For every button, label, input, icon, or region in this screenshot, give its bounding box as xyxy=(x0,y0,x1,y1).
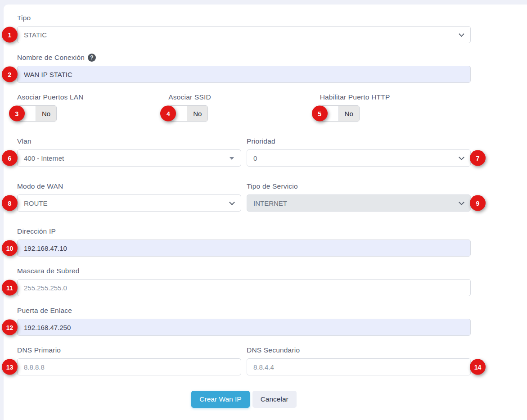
tipo-select[interactable]: STATIC xyxy=(17,26,471,43)
puerta-enlace-input[interactable] xyxy=(17,319,471,336)
group-direccion-ip: Dirección IP 10 xyxy=(17,227,471,257)
vlan-select-value: 400 - Internet xyxy=(24,154,64,162)
direccion-ip-label: Dirección IP xyxy=(17,227,471,235)
prioridad-select-value: 0 xyxy=(253,154,257,162)
toggle-lan-label: Asociar Puertos LAN xyxy=(17,93,168,101)
group-modo-wan: Modo de WAN 8 ROUTE xyxy=(17,182,241,212)
toggle-http-label: Habilitar Puerto HTTP xyxy=(320,93,471,101)
prioridad-select[interactable]: 0 xyxy=(247,149,471,167)
nombre-conexion-input[interactable] xyxy=(17,66,471,83)
badge-toggle-ssid: 4 xyxy=(160,106,176,122)
vlan-label: Vlan xyxy=(17,137,241,145)
mascara-subred-label: Mascara de Subred xyxy=(17,267,471,275)
nombre-label: Nombre de Conexión ? xyxy=(17,54,471,62)
modo-wan-select[interactable]: ROUTE xyxy=(17,194,241,212)
row-dns: DNS Primario 13 DNS Secundario 14 xyxy=(17,346,471,375)
row-vlan-prioridad: Vlan 6 400 - Internet Prioridad 0 7 xyxy=(17,137,471,167)
group-toggle-http: Habilitar Puerto HTTP 5 No xyxy=(320,93,471,122)
group-vlan: Vlan 6 400 - Internet xyxy=(17,137,241,167)
group-mascara-subred: Mascara de Subred 11 xyxy=(17,267,471,296)
toggle-ssid-label: Asociar SSID xyxy=(168,93,319,101)
group-toggle-lan: Asociar Puertos LAN 3 No xyxy=(17,93,168,122)
wan-form-card: Tipo 1 STATIC Nombre de Conexión ? 2 Aso… xyxy=(4,5,527,420)
group-prioridad: Prioridad 0 7 xyxy=(247,137,471,167)
group-toggle-ssid: Asociar SSID 4 No xyxy=(168,93,319,122)
badge-tipo-servicio: 9 xyxy=(470,195,486,211)
dns-primario-input[interactable] xyxy=(17,358,241,375)
tipo-servicio-select: INTERNET xyxy=(247,194,471,212)
group-nombre: Nombre de Conexión ? 2 xyxy=(17,54,471,83)
badge-prioridad: 7 xyxy=(470,150,486,166)
tipo-select-value: STATIC xyxy=(24,31,47,39)
form-actions: Crear Wan IP Cancelar xyxy=(17,391,471,408)
dns-secundario-label: DNS Secundario xyxy=(247,346,471,354)
badge-mascara-subred: 11 xyxy=(2,280,18,296)
badge-dns-secundario: 14 xyxy=(470,359,486,375)
toggles-row: Asociar Puertos LAN 3 No Asociar SSID 4 … xyxy=(17,93,471,122)
group-dns-primario: DNS Primario 13 xyxy=(17,346,241,375)
group-puerta-enlace: Puerta de Enlace 12 xyxy=(17,307,471,336)
question-circle-icon[interactable]: ? xyxy=(88,54,96,62)
row-modo-servicio: Modo de WAN 8 ROUTE Tipo de Servicio INT… xyxy=(17,182,471,212)
badge-toggle-lan: 3 xyxy=(9,106,25,122)
tipo-servicio-select-value: INTERNET xyxy=(253,199,287,207)
modo-wan-label: Modo de WAN xyxy=(17,182,241,190)
tipo-servicio-label: Tipo de Servicio xyxy=(247,182,471,190)
nombre-label-text: Nombre de Conexión xyxy=(17,54,85,62)
toggle-state-label: No xyxy=(187,106,207,121)
group-tipo-servicio: Tipo de Servicio INTERNET 9 xyxy=(247,182,471,212)
badge-vlan: 6 xyxy=(2,150,18,166)
badge-toggle-http: 5 xyxy=(312,106,328,122)
group-dns-secundario: DNS Secundario 14 xyxy=(247,346,471,375)
puerta-enlace-label: Puerta de Enlace xyxy=(17,307,471,315)
direccion-ip-input[interactable] xyxy=(17,239,471,257)
tipo-label: Tipo xyxy=(17,14,471,22)
badge-modo-wan: 8 xyxy=(2,195,18,211)
group-tipo: Tipo 1 STATIC xyxy=(17,14,471,43)
badge-direccion-ip: 10 xyxy=(2,240,18,256)
badge-tipo: 1 xyxy=(2,27,18,43)
badge-dns-primario: 13 xyxy=(2,359,18,375)
dns-secundario-input[interactable] xyxy=(247,358,471,375)
modo-wan-select-value: ROUTE xyxy=(24,199,48,207)
mascara-subred-input[interactable] xyxy=(17,279,471,296)
toggle-state-label: No xyxy=(339,106,359,121)
prioridad-label: Prioridad xyxy=(247,137,471,145)
dns-primario-label: DNS Primario xyxy=(17,346,241,354)
toggle-state-label: No xyxy=(36,106,56,121)
cancelar-button[interactable]: Cancelar xyxy=(252,391,297,408)
badge-puerta-enlace: 12 xyxy=(2,320,18,335)
badge-nombre: 2 xyxy=(2,67,18,82)
vlan-select[interactable]: 400 - Internet xyxy=(17,149,241,167)
crear-wan-ip-button[interactable]: Crear Wan IP xyxy=(191,391,249,408)
